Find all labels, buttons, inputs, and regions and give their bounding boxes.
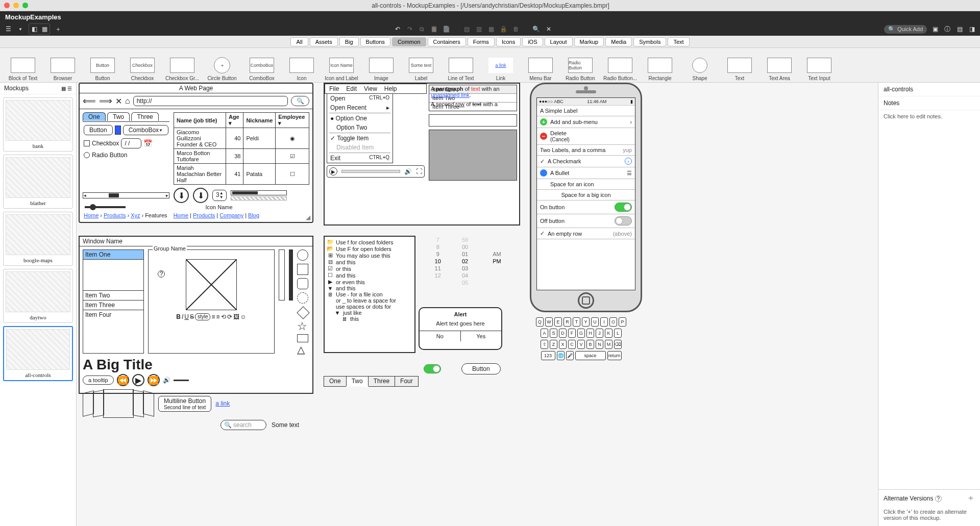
tree-item[interactable]: ⊞You may also use this [327,252,412,259]
grid-view-icon[interactable]: ▦ [61,86,66,91]
menu-item[interactable]: ● Option One [327,114,393,123]
color-swatch[interactable] [115,126,121,135]
control-icon[interactable]: Icon [284,55,320,81]
category-text[interactable]: Text [668,37,689,46]
category-layout[interactable]: Layout [545,37,573,46]
grid-icon[interactable]: ▦ [40,25,48,33]
tree-item[interactable]: use spaces or dots for [327,304,412,310]
list-item[interactable]: Item Four [83,310,143,319]
menu-file[interactable]: File [329,85,339,92]
control-radio-button[interactable]: Radio ButtonRadio Button [562,55,598,81]
expand-icon[interactable]: ⛶ [416,168,422,175]
key-c[interactable]: C [568,340,576,349]
tab-three[interactable]: Three [131,112,158,121]
paste-icon[interactable]: 📋 [430,25,438,33]
key-g[interactable]: G [577,329,585,338]
rewind-icon[interactable]: ⏪ [117,374,129,386]
text-input[interactable] [429,114,517,127]
date-input[interactable]: / / [121,138,141,148]
key-n[interactable]: N [596,340,603,349]
key-b[interactable]: B [586,340,594,349]
key-r[interactable]: R [564,317,571,327]
menu-item[interactable]: Open Recent▸ [327,103,393,112]
time-picker[interactable]: 759 800 901AM 1002PM 1103 1204 05 [424,236,516,287]
panel-left-icon[interactable]: ◧ [30,25,38,33]
doc-x-icon[interactable]: ✕ [545,25,553,33]
phone-list-row[interactable]: ✓A Checkmark› [537,156,635,167]
backspace-key[interactable]: ⌫ [614,340,622,349]
link[interactable]: a link [215,400,230,407]
multiline-button[interactable]: Multiline Button Second line of text [158,396,211,412]
forward-icon[interactable]: ⏩ [148,374,160,386]
add-version-button[interactable]: ＋ [967,493,975,504]
control-label[interactable]: Some textLabel [403,55,439,81]
key-y[interactable]: Y [582,317,590,327]
phone-list-row[interactable]: A Simple Label [537,106,635,116]
notes-body[interactable]: Click here to edit notes. [878,110,980,489]
key-z[interactable]: Z [550,340,557,349]
app-icon[interactable]: ▣ [931,25,939,33]
category-media[interactable]: Media [605,37,632,46]
shape-square[interactable] [297,264,308,275]
control-circle-button[interactable]: ＋Circle Button [204,55,240,81]
key-i[interactable]: I [600,317,608,327]
th-emp[interactable]: Employee ▾ [276,113,309,128]
control-block-of-text[interactable]: Block of Text [5,55,41,81]
category-buttons[interactable]: Buttons [360,37,390,46]
tab-active[interactable]: Two [346,377,369,387]
tree-item[interactable]: 🗎Use - for a file icon [327,291,412,297]
category-common[interactable]: Common [392,37,426,46]
control-radio-button-[interactable]: Radio Button... [602,55,638,81]
panel-right-icon[interactable]: ◨ [968,25,976,33]
tree-item[interactable]: ▼just like [327,310,412,316]
control-browser[interactable]: Browser [45,55,81,81]
phone-list-row[interactable]: Space for an icon [537,179,635,190]
key-e[interactable]: E [554,317,562,327]
resize-grip-icon[interactable]: ◢ [306,214,310,221]
nav-link[interactable]: Products [193,212,215,218]
shape-rect[interactable] [297,334,308,342]
category-all[interactable]: All [290,37,308,46]
alert-no-button[interactable]: No [420,331,461,341]
alert-yes-button[interactable]: Yes [461,331,502,341]
tree-item[interactable]: 📁Use f for closed folders [327,239,412,245]
play-icon[interactable]: ▶ [329,167,337,176]
key-a[interactable]: A [541,329,548,338]
shape-star[interactable]: ☆ [297,322,309,331]
ios-toggle[interactable] [424,364,441,373]
chevron-down-icon[interactable]: ▼ [16,25,24,33]
phone-list-row[interactable]: +Add and sub-menu› [537,116,635,128]
category-markup[interactable]: Markup [574,37,604,46]
key-j[interactable]: J [596,329,603,338]
crumb[interactable]: Xyz [131,212,140,218]
lock-icon[interactable]: 🔒 [500,25,508,33]
redo-icon[interactable]: ↷ [406,25,414,33]
menu-view[interactable]: View [364,85,377,92]
shape-roundrect[interactable] [297,278,308,289]
key-m[interactable]: M [605,340,612,349]
info-icon[interactable]: ⓘ [943,25,951,33]
key-h[interactable]: H [586,329,594,338]
tree-item[interactable]: 📂Use F for open folders [327,245,412,252]
help-icon[interactable]: ? [158,270,165,278]
download-icon[interactable]: ⬇ [174,188,189,203]
menu-item[interactable]: Option Two [327,123,393,132]
tree-item[interactable]: ☑or this [327,265,412,272]
nav-link[interactable]: Home [174,212,188,218]
tree-item[interactable]: ☐and this [327,272,412,279]
nav-link[interactable]: Company [219,212,243,218]
phone-list-row[interactable]: −Delete(Cancel) [537,128,635,145]
list-item[interactable]: Item Three [83,300,143,310]
control-image[interactable]: Image [363,55,399,81]
align-left-icon[interactable]: ▤ [463,25,471,33]
category-forms[interactable]: Forms [468,37,495,46]
checkbox[interactable] [84,140,90,146]
phone-list-row[interactable]: On button [537,201,635,214]
menu-item[interactable]: ExitCTRL+Q [327,154,393,163]
key-k[interactable]: K [605,329,612,338]
key-v[interactable]: V [577,340,585,349]
list-item[interactable]: Item Two [83,290,143,300]
align-right-icon[interactable]: ▦ [487,25,496,33]
numbers-key[interactable]: 123 [541,351,555,360]
tab-two[interactable]: Two [107,112,130,121]
